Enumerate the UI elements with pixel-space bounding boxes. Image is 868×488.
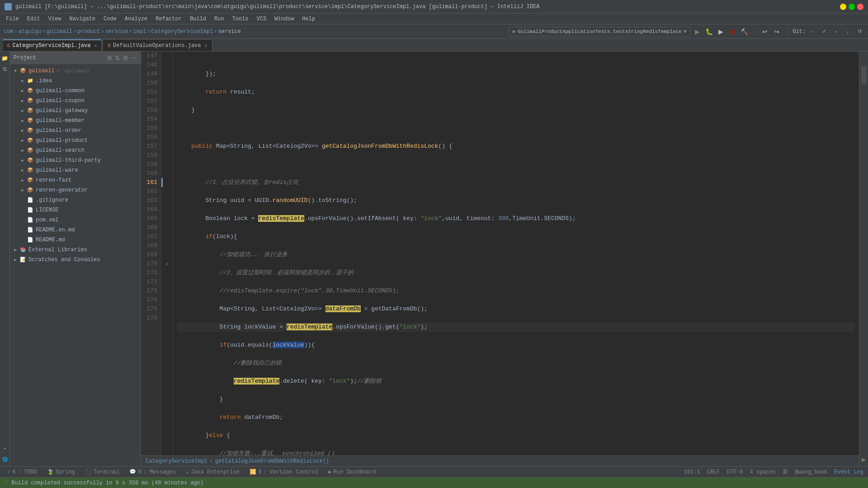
- git-update-button[interactable]: ✓: [807, 27, 817, 37]
- close-button[interactable]: [857, 4, 863, 10]
- sidebar-settings-button[interactable]: ⚙: [107, 54, 113, 61]
- tree-item-idea[interactable]: ▶ 📁 .idea: [10, 76, 141, 86]
- activity-project[interactable]: 📁: [0, 54, 9, 63]
- module-icon-coupon: 📦: [26, 97, 34, 105]
- tree-item-coupon[interactable]: ▶ 📦 gulimall-coupon: [10, 96, 141, 106]
- breadcrumb-class[interactable]: CategoryServiceImpl: [151, 28, 213, 35]
- menu-build[interactable]: Build: [186, 15, 210, 23]
- tree-label-renren-fast: renren-fast: [36, 177, 71, 183]
- breadcrumb-impl[interactable]: impl: [133, 28, 146, 35]
- tree-item-readme[interactable]: 📄 README.md: [10, 235, 141, 245]
- run-config-selector[interactable]: ▶ GulimallProductApplicationTests.testst…: [509, 27, 690, 37]
- messages-num: 0: [138, 469, 141, 475]
- git-revert-button[interactable]: ↺: [854, 27, 864, 37]
- tree-item-order[interactable]: ▶ 📦 gulimall-order: [10, 126, 141, 136]
- tab-categoryserviceimpl[interactable]: C CategoryServiceImpl.java ✕: [2, 39, 102, 51]
- tree-label-gitignore: .gitignore: [36, 197, 68, 203]
- tree-item-ware[interactable]: ▶ 📦 gulimall-ware: [10, 165, 141, 175]
- tree-item-common[interactable]: ▶ 📦 gulimall-common: [10, 86, 141, 96]
- stop-button[interactable]: ■: [728, 27, 738, 37]
- tree-label-search: gulimall-search: [36, 147, 85, 154]
- window-title: gulimall [F:\gulimall] – ...\gulimall-pr…: [15, 4, 539, 10]
- bottom-tab-terminal[interactable]: ⬛ Terminal: [82, 467, 123, 478]
- tab-close-icon-2[interactable]: ✕: [205, 43, 208, 48]
- bottom-tab-spring[interactable]: 🍃 Spring: [44, 467, 78, 478]
- bottom-tab-todo[interactable]: ✓ 6 : TODO: [5, 467, 40, 478]
- module-icon-order: 📦: [26, 127, 34, 135]
- tree-item-scratches[interactable]: ▶ 📝 Scratches and Consoles: [10, 255, 141, 265]
- git-commit-button[interactable]: ✓: [819, 27, 829, 37]
- tree-item-renren-generator[interactable]: ▶ 📦 renren-generator: [10, 185, 141, 195]
- tree-item-search[interactable]: ▶ 📦 gulimall-search: [10, 145, 141, 155]
- breadcrumb-com[interactable]: com: [4, 28, 14, 35]
- tree-label-third-party: gulimall-third-party: [36, 157, 101, 164]
- breadcrumb: com › atguigu › gulimall › product › ser…: [4, 28, 507, 35]
- tree-item-readme-en[interactable]: 📄 README.en.md: [10, 225, 141, 235]
- breadcrumb-gulimall[interactable]: gulimall: [46, 28, 72, 35]
- event-log-button[interactable]: Event Log: [834, 469, 863, 475]
- window-controls[interactable]: [840, 4, 863, 10]
- breadcrumb-product[interactable]: product: [77, 28, 100, 35]
- sidebar-header: Project ⚙ ⇅ ⚙ ⋯: [10, 52, 141, 64]
- tree-item-third-party[interactable]: ▶ 📦 gulimall-third-party: [10, 155, 141, 165]
- git-push-button[interactable]: ↑: [831, 27, 841, 37]
- menu-window[interactable]: Window: [271, 15, 297, 23]
- tree-item-gateway[interactable]: ▶ 📦 gulimall-gateway: [10, 106, 141, 116]
- build-bar: ✓ Build completed successfully in 8 s 35…: [0, 477, 868, 488]
- menu-code[interactable]: Code: [100, 15, 120, 23]
- tab-close-icon[interactable]: ✕: [94, 43, 97, 48]
- debug-button[interactable]: 🐛: [704, 27, 714, 37]
- activity-structure[interactable]: 🏗: [0, 65, 9, 74]
- sidebar-more-button[interactable]: ⋯: [131, 54, 137, 61]
- module-icon-member: 📦: [26, 117, 34, 125]
- code-editor[interactable]: 147 148 149 150 151 152 153 154 155 156 …: [141, 52, 859, 466]
- module-icon-renren-generator: 📦: [26, 186, 34, 194]
- tree-item-renren-fast[interactable]: ▶ 📦 renren-fast: [10, 175, 141, 185]
- menu-run[interactable]: Run: [211, 15, 228, 23]
- tree-item-pom[interactable]: 📄 pom.xml: [10, 215, 141, 225]
- maximize-button[interactable]: [849, 4, 855, 10]
- vc-icon: 🔀: [250, 469, 256, 475]
- bottom-tab-java-enterprise[interactable]: ☕ Java Enterprise: [183, 467, 242, 478]
- menu-navigate[interactable]: Navigate: [66, 15, 99, 23]
- breadcrumb-service[interactable]: service: [105, 28, 128, 35]
- activity-bar: 📁 🏗 ★ 🌐: [0, 52, 10, 466]
- menu-vcs[interactable]: VCS: [253, 15, 270, 23]
- code-content: 147 148 149 150 151 152 153 154 155 156 …: [141, 52, 859, 455]
- menu-edit[interactable]: Edit: [24, 15, 44, 23]
- status-class: CategoryServiceImpl: [146, 458, 208, 465]
- run-button[interactable]: ▶: [693, 27, 703, 37]
- tree-item-product[interactable]: ▶ 📦 gulimall-product: [10, 136, 141, 145]
- tree-item-external-libs[interactable]: ▶ 📚 External Libraries: [10, 245, 141, 255]
- bottom-tab-run-dashboard[interactable]: ▶ Run Dashboard: [326, 467, 379, 478]
- tree-item-gitignore[interactable]: 📄 .gitignore: [10, 195, 141, 205]
- activity-web[interactable]: 🌐: [0, 455, 9, 464]
- redo-button[interactable]: ↪: [772, 27, 782, 37]
- minimize-button[interactable]: [840, 4, 846, 10]
- tree-label-order: gulimall-order: [36, 127, 81, 134]
- menu-refactor[interactable]: Refactor: [152, 15, 185, 23]
- tree-item-gulimall[interactable]: ▼ 📦 gulimall F:\gulimall: [10, 66, 141, 76]
- current-line-marker: [161, 178, 172, 187]
- build-button[interactable]: 🔨: [740, 27, 750, 37]
- menu-tools[interactable]: Tools: [229, 15, 252, 23]
- git-pull-button[interactable]: ↓: [843, 27, 853, 37]
- tree-item-member[interactable]: ▶ 📦 gulimall-member: [10, 116, 141, 126]
- bottom-tab-version-control[interactable]: 🔀 9 : Version Control: [247, 467, 321, 478]
- code-text[interactable]: }); return result; } public Map<String, …: [173, 52, 859, 455]
- activity-favorites[interactable]: ★: [0, 444, 9, 453]
- coverage-button[interactable]: ▶: [716, 27, 726, 37]
- sidebar-gear-button[interactable]: ⚙: [123, 54, 128, 61]
- tree-item-license[interactable]: 📄 LICENSE: [10, 205, 141, 215]
- bottom-tab-messages[interactable]: 💬 0 : Messages: [127, 467, 178, 478]
- breadcrumb-service-text[interactable]: service: [218, 28, 241, 35]
- menu-file[interactable]: File: [2, 15, 23, 23]
- menu-analyze[interactable]: Analyze: [121, 15, 151, 23]
- menu-view[interactable]: View: [45, 15, 65, 23]
- menu-help[interactable]: Help: [298, 15, 319, 23]
- tab-defaultvalueoperations[interactable]: C DefaultValueOperations.java ✕: [103, 39, 212, 51]
- sidebar-sort-button[interactable]: ⇅: [115, 54, 120, 61]
- breadcrumb-atguigu[interactable]: atguigu: [19, 28, 41, 35]
- scroll-to-bottom[interactable]: ▶: [862, 455, 866, 464]
- undo-button[interactable]: ↩: [760, 27, 770, 37]
